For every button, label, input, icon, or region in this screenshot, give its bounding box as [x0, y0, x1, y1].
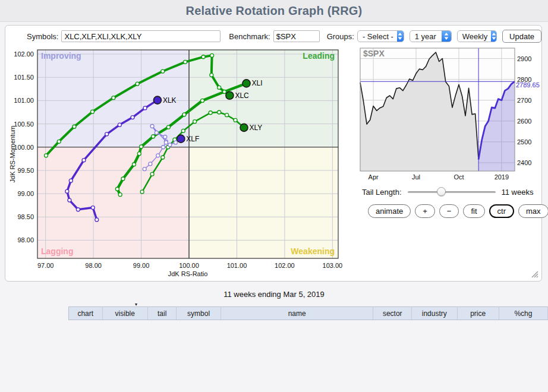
svg-text:2900: 2900: [517, 55, 531, 62]
benchmark-input[interactable]: [273, 30, 320, 42]
app-header: Relative Rotation Graph (RRG): [0, 0, 548, 22]
select-stepper-icon: [491, 30, 496, 42]
marker-XLY: [240, 124, 248, 131]
quadrant-lagging: [37, 147, 189, 258]
marker-XLC: [226, 91, 234, 99]
x-axis-title: JdK RS-Ratio: [168, 270, 208, 277]
marker-XLF: [177, 135, 185, 143]
svg-text:Jul: Jul: [412, 173, 420, 181]
column-header-tail[interactable]: tail: [147, 307, 177, 320]
svg-text:103.00: 103.00: [323, 262, 343, 269]
marker-label-XLC: XLC: [235, 91, 249, 100]
tail-length-label: Tail Length:: [362, 188, 402, 197]
marker-label-XLK: XLK: [163, 96, 177, 105]
svg-text:98.00: 98.00: [17, 236, 34, 244]
column-header-pctchg[interactable]: %chg: [499, 307, 547, 320]
column-header-chart[interactable]: chart: [69, 307, 103, 320]
benchmark-chart-title: $SPX: [363, 49, 385, 58]
view-buttons: animate+−fitctrmax: [368, 204, 548, 218]
svg-text:102.00: 102.00: [275, 262, 295, 269]
benchmark-chart[interactable]: 2400250026002700280029002789.65AprJulOct…: [356, 46, 544, 187]
frequency-select[interactable]: Weekly: [457, 30, 497, 42]
column-header-sector[interactable]: sector: [373, 307, 412, 320]
svg-text:98.00: 98.00: [85, 262, 102, 269]
svg-text:99.00: 99.00: [133, 262, 150, 269]
tail-length-value: 11 weeks: [502, 188, 534, 197]
svg-text:101.50: 101.50: [14, 74, 34, 81]
column-header-name[interactable]: name: [221, 307, 373, 320]
marker-XLK: [153, 96, 161, 104]
svg-text:2019: 2019: [495, 173, 509, 181]
groups-select-value: - Select -: [363, 32, 393, 41]
ctr-button[interactable]: ctr: [489, 204, 514, 218]
svg-text:2400: 2400: [517, 159, 531, 166]
svg-text:Apr: Apr: [369, 173, 379, 181]
period-select-value: 1 year: [415, 32, 436, 41]
marker-label-XLY: XLY: [250, 124, 263, 132]
select-stepper-icon: [442, 30, 451, 42]
fit-button[interactable]: fit: [463, 204, 484, 218]
svg-text:Weakening: Weakening: [291, 246, 335, 256]
svg-text:Improving: Improving: [41, 51, 81, 61]
svg-text:100.00: 100.00: [14, 144, 34, 151]
svg-text:99.00: 99.00: [17, 190, 34, 197]
rrg-panel: Symbols: Benchmark: Groups: - Select - 1…: [5, 25, 542, 282]
svg-text:100.50: 100.50: [14, 121, 34, 128]
symbols-table: chartvisibletailsymbolnamesectorindustry…: [68, 306, 548, 320]
update-button[interactable]: Update: [502, 30, 541, 43]
svg-text:Oct: Oct: [453, 173, 464, 181]
animate-button[interactable]: animate: [368, 204, 411, 218]
svg-text:101.00: 101.00: [227, 262, 247, 269]
svg-text:2500: 2500: [517, 138, 531, 146]
period-select[interactable]: 1 year: [410, 30, 452, 42]
groups-select[interactable]: - Select -: [357, 30, 404, 42]
max-button[interactable]: max: [518, 204, 548, 218]
svg-text:98.50: 98.50: [17, 213, 34, 220]
zoom-in-button[interactable]: +: [415, 204, 435, 218]
column-header-price[interactable]: price: [457, 307, 499, 320]
frequency-select-value: Weekly: [462, 32, 487, 41]
select-stepper-icon: [397, 30, 404, 42]
marker-label-XLI: XLI: [252, 79, 263, 87]
svg-text:Lagging: Lagging: [41, 246, 73, 256]
svg-text:Leading: Leading: [303, 51, 335, 61]
column-header-industry[interactable]: industry: [412, 307, 457, 320]
rrg-app: Relative Rotation Graph (RRG) Symbols: B…: [0, 0, 548, 392]
benchmark-label: Benchmark:: [229, 32, 270, 41]
controls-bar: Symbols: Benchmark: Groups: - Select - 1…: [5, 30, 541, 43]
svg-text:99.50: 99.50: [17, 167, 34, 174]
column-header-symbol[interactable]: symbol: [177, 307, 221, 320]
tail-length-control: Tail Length: 11 weeks: [362, 187, 544, 197]
symbols-label: Symbols:: [27, 32, 58, 41]
svg-text:2600: 2600: [517, 118, 531, 125]
last-value-label: 2789.65: [516, 81, 540, 88]
y-axis-title: JdK RS-Momentum: [9, 126, 16, 183]
zoom-out-button[interactable]: −: [439, 204, 459, 218]
rrg-chart[interactable]: 97.0098.0099.00100.00101.00102.00103.009…: [5, 46, 354, 282]
svg-text:2700: 2700: [517, 97, 531, 104]
symbols-input[interactable]: [61, 30, 221, 42]
svg-text:97.00: 97.00: [37, 262, 54, 269]
page-title: Relative Rotation Graph (RRG): [186, 4, 363, 18]
slider-track[interactable]: [408, 191, 496, 193]
slider-thumb[interactable]: [437, 187, 446, 196]
quadrant-weakening: [189, 147, 338, 258]
svg-text:102.00: 102.00: [14, 50, 34, 58]
groups-label: Groups:: [327, 32, 354, 41]
column-header-visible[interactable]: visible: [102, 307, 147, 320]
marker-label-XLF: XLF: [186, 135, 199, 143]
resize-handle-icon[interactable]: [530, 270, 538, 278]
period-caption: 11 weeks ending Mar 5, 2019: [0, 290, 548, 299]
svg-text:100.00: 100.00: [179, 262, 199, 269]
marker-XLI: [242, 80, 250, 87]
svg-text:101.00: 101.00: [14, 97, 34, 104]
tail-length-slider[interactable]: [408, 187, 496, 197]
